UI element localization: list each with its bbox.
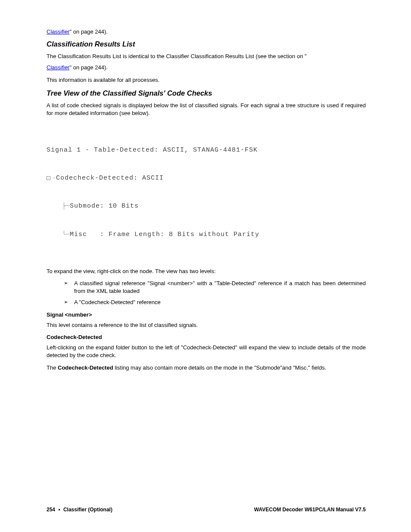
sub2-para2: The Codecheck-Detected listing may also … (47, 364, 366, 372)
page-footer: 254 • Classifier (Optional) WAVECOM Deco… (47, 507, 366, 513)
tree-text-3: Submode: 10 Bits (70, 202, 139, 211)
bullet-item-2: A "Codecheck-Detected" reference (64, 299, 366, 306)
tree-expander-icon[interactable]: - (47, 176, 50, 180)
tree-view-example: Signal 1 - Table-Detected: ASCII, STANAG… (47, 127, 366, 258)
section1-para1: The Classification Results List is ident… (47, 53, 366, 60)
tree-line-1: Signal 1 - Table-Detected: ASCII, STANAG… (47, 146, 366, 155)
sub2-para2-a: The (47, 364, 58, 371)
tree-text-2: Codecheck-Detected: ASCII (56, 174, 164, 183)
classifier-link-top[interactable]: Classifier (47, 28, 69, 35)
tree-line-3: ├─Submode: 10 Bits (47, 202, 366, 211)
tree-text-1: Signal 1 - Table-Detected: ASCII, STANAG… (47, 146, 258, 155)
sub1-para: This level contains a reference to the l… (47, 321, 366, 329)
footer-left: 254 • Classifier (Optional) (47, 507, 112, 513)
tree-line-2: -·Codecheck-Detected: ASCII (47, 174, 366, 183)
sub2-para2-c: listing may also contain more details on… (113, 364, 327, 371)
after-tree-para: To expand the view, right-click on the n… (47, 268, 366, 275)
footer-page-number: 254 (47, 507, 55, 513)
footer-dot: • (58, 507, 60, 513)
top-fragment: Classifier" on page 244). (47, 28, 366, 36)
tree-connector: ├─ (47, 202, 70, 211)
tree-line-4: └─Misc : Frame Length: 8 Bits without Pa… (47, 230, 366, 240)
subheading-signal-number: Signal <number> (47, 311, 366, 319)
tree-text-4: Misc : Frame Length: 8 Bits without Pari… (70, 230, 259, 240)
heading-tree-view: Tree View of the Classified Signals' Cod… (47, 88, 366, 98)
footer-section: Classifier (Optional) (63, 507, 112, 513)
page-content: Classifier" on page 244). Classification… (0, 0, 411, 372)
section1-para2: This information is available for all pr… (47, 76, 366, 84)
tree-connector: └─ (47, 230, 70, 240)
section2-para1: A list of code checked signals is displa… (47, 102, 366, 117)
subheading-codecheck: Codecheck-Detected (47, 333, 366, 341)
section1-link-line: Classifier" on page 244). (47, 64, 366, 72)
tree-connector: · (52, 174, 56, 183)
bullet-list: A classified signal reference "Signal <n… (64, 280, 366, 307)
heading-classification-results: Classification Results List (47, 39, 366, 49)
sub2-para2-b: Codecheck-Detected (58, 364, 113, 371)
footer-right: WAVECOM Decoder W61PC/LAN Manual V7.5 (254, 507, 366, 513)
classifier-link-2[interactable]: Classifier (47, 64, 69, 71)
section1-link-suffix: " on page 244). (69, 64, 107, 71)
top-suffix: " on page 244). (69, 28, 107, 35)
bullet-item-1: A classified signal reference "Signal <n… (64, 280, 366, 295)
sub2-para1: Left-clicking on the expand folder butto… (47, 344, 366, 359)
